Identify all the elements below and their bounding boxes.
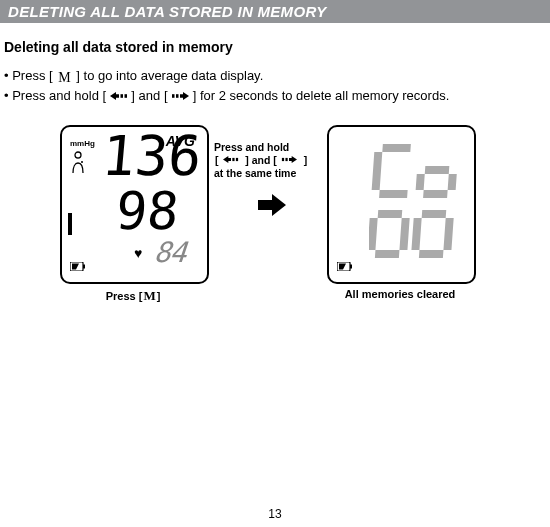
instruction-list: • Press [ M ] to go into average data di… xyxy=(4,67,550,105)
heart-icon: ♥ xyxy=(134,245,142,261)
pulse-value: 84 xyxy=(154,239,186,267)
caption-left-a: Press [ xyxy=(106,290,143,302)
svg-marker-10 xyxy=(72,264,79,270)
step-1-text-a: • Press [ xyxy=(4,68,53,83)
svg-point-6 xyxy=(75,152,81,158)
caption-left: Press [M] xyxy=(48,288,218,304)
svg-marker-0 xyxy=(110,92,119,100)
step-2: • Press and hold [ ] and [ ] for 2 secon… xyxy=(4,87,550,105)
caption-right: All memories cleared xyxy=(305,288,495,300)
memory-m-icon: M xyxy=(57,69,71,87)
section-title-bar: DELETING ALL DATA STORED IN MEMORY xyxy=(0,0,550,23)
battery-icon xyxy=(70,259,86,274)
battery-icon-right xyxy=(337,259,353,274)
svg-rect-12 xyxy=(233,158,235,161)
section-title-text: DELETING ALL DATA STORED IN MEMORY xyxy=(8,3,327,20)
lcd-before: AVG mmHg 136 98 ♥ 84 xyxy=(60,125,209,284)
svg-marker-16 xyxy=(289,156,297,163)
svg-marker-11 xyxy=(223,156,231,163)
arrow-right-icon xyxy=(256,193,288,217)
svg-rect-19 xyxy=(350,265,352,269)
scroll-right-icon xyxy=(171,91,189,101)
mid-line-3: at the same time xyxy=(214,167,308,180)
user-icon xyxy=(70,151,86,175)
scroll-right-icon-small xyxy=(281,155,299,165)
svg-rect-1 xyxy=(120,94,123,98)
step-2-text-c: ] for 2 seconds to delete all memory rec… xyxy=(193,88,450,103)
figure-area: AVG mmHg 136 98 ♥ 84 Press [M] Press and… xyxy=(0,125,550,355)
scroll-left-icon xyxy=(110,91,128,101)
mid-bracket-close: ] xyxy=(300,154,308,166)
level-bar-icon xyxy=(68,213,72,235)
memory-m-icon-caption: M xyxy=(142,288,156,303)
mid-line-1: Press and hold xyxy=(214,141,308,154)
subheading: Deleting all data stored in memory xyxy=(4,39,550,55)
svg-point-7 xyxy=(81,161,83,163)
middle-instruction: Press and hold [ ] and [ ] at the same t… xyxy=(214,141,308,180)
step-2-text-a: • Press and hold [ xyxy=(4,88,106,103)
caption-left-b: ] xyxy=(157,290,161,302)
mmhg-label: mmHg xyxy=(70,139,95,148)
step-2-text-b: ] and [ xyxy=(131,88,167,103)
svg-rect-3 xyxy=(172,94,175,98)
svg-marker-17 xyxy=(258,194,286,216)
svg-rect-2 xyxy=(124,94,127,98)
mid-line-2: [ ] and [ ] xyxy=(214,154,308,167)
svg-rect-13 xyxy=(236,158,238,161)
diastolic-value: 98 xyxy=(116,185,179,237)
svg-marker-5 xyxy=(180,92,189,100)
systolic-value: 136 xyxy=(102,129,201,184)
step-1: • Press [ M ] to go into average data di… xyxy=(4,67,550,87)
svg-rect-14 xyxy=(282,158,284,161)
svg-rect-15 xyxy=(285,158,287,161)
lcd-after xyxy=(327,125,476,284)
svg-marker-20 xyxy=(339,264,346,270)
page-number: 13 xyxy=(0,507,550,521)
mid-and-text: ] and [ xyxy=(242,154,279,166)
step-1-text-b: ] to go into average data display. xyxy=(76,68,263,83)
mid-bracket-open: [ xyxy=(214,154,222,166)
cleared-display xyxy=(369,142,461,262)
scroll-left-icon-small xyxy=(223,155,241,165)
svg-rect-9 xyxy=(83,265,85,269)
svg-rect-4 xyxy=(176,94,179,98)
